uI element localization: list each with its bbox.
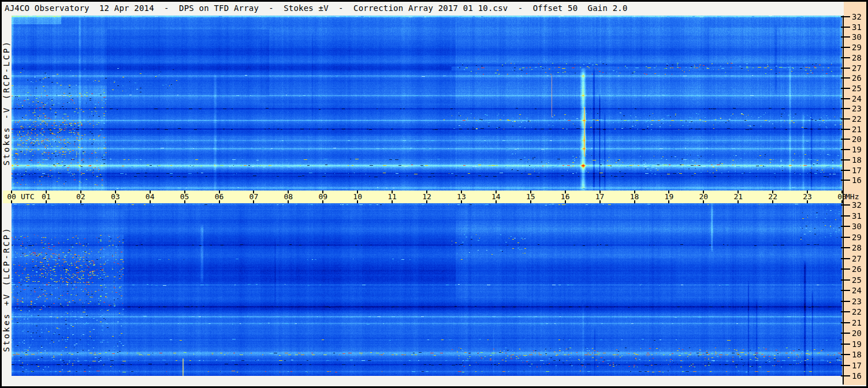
freq-tick: [841, 149, 850, 150]
freq-tick: [841, 226, 850, 227]
freq-tick-label: 31: [852, 211, 862, 221]
freq-tick-label: 21: [852, 124, 862, 135]
freq-tick: [841, 215, 850, 217]
time-tick-label: 19: [665, 191, 674, 203]
freq-tick: [841, 108, 850, 109]
time-tick-label: 00: [7, 191, 16, 203]
panel-label-stokes-plus-v: Stokes +V (LCP-RCP): [2, 226, 11, 352]
time-tick-label: 04: [146, 191, 155, 203]
freq-tick: [841, 16, 850, 17]
freq-tick-label: 17: [852, 165, 862, 176]
freq-tick-label: 24: [852, 94, 862, 104]
freq-tick: [841, 88, 850, 89]
freq-tick-label: 24: [852, 285, 862, 296]
freq-tick: [841, 129, 850, 130]
freq-tick: [841, 77, 850, 79]
time-tick-label: 17: [595, 191, 605, 203]
freq-tick-label: 23: [852, 103, 862, 114]
freq-tick-label: 18: [852, 155, 862, 165]
freq-tick-label: 16: [852, 371, 862, 381]
freq-tick: [841, 118, 850, 120]
time-tick-label: 20: [699, 191, 709, 203]
time-tick-label: 09: [318, 191, 327, 203]
freq-tick: [841, 333, 850, 334]
freq-tick: [841, 354, 850, 355]
freq-tick-label: 19: [852, 339, 862, 349]
freq-tick: [841, 36, 850, 38]
freq-tick: [841, 344, 850, 345]
time-tick-label: 21: [733, 191, 743, 203]
freq-tick: [841, 311, 850, 312]
freq-tick-label: 32: [852, 12, 862, 22]
freq-tick-label: 18: [852, 349, 862, 360]
time-tick-label: 12: [422, 191, 431, 203]
freq-tick-label: 25: [852, 83, 862, 94]
freq-tick: [841, 237, 850, 238]
time-axis-unit-label: UTC: [21, 191, 34, 203]
freq-tick: [841, 27, 850, 28]
time-tick-label: 07: [249, 191, 259, 203]
freq-tick-label: 30: [852, 32, 862, 42]
freq-tick-label: 29: [852, 232, 862, 242]
freq-tick: [841, 301, 850, 302]
freq-tick-label: 22: [852, 307, 862, 317]
freq-tick-label: 20: [852, 328, 862, 338]
freq-tick: [841, 98, 850, 99]
freq-tick-label: 31: [852, 22, 862, 32]
freq-tick: [841, 180, 850, 181]
time-tick-label: 16: [561, 191, 570, 203]
freq-tick: [841, 57, 850, 58]
freq-tick: [841, 47, 850, 48]
freq-tick-label: 30: [852, 221, 862, 232]
spectrogram-stokes-plus-v: [12, 203, 842, 376]
freq-tick: [841, 375, 850, 376]
freq-tick: [841, 279, 850, 281]
freq-tick-label: 20: [852, 134, 862, 144]
time-tick-label: 18: [630, 191, 639, 203]
freq-tick: [841, 258, 850, 259]
page-title: AJ4CO Observatory 12 Apr 2014 - DPS on T…: [5, 1, 628, 15]
freq-tick: [841, 268, 850, 270]
freq-tick-label: 29: [852, 42, 862, 53]
freq-tick: [841, 159, 850, 161]
freq-tick-label: 17: [852, 360, 862, 371]
freq-tick: [841, 170, 850, 171]
frequency-axis-line: [843, 16, 844, 385]
time-tick-label: 10: [353, 191, 362, 203]
freq-tick-label: 27: [852, 253, 862, 264]
time-tick-label: 22: [768, 191, 777, 203]
freq-tick: [841, 322, 850, 323]
panel-label-stokes-minus-v: Stokes -V (RCP-LCP): [2, 40, 11, 165]
time-tick-label: 11: [388, 191, 397, 203]
freq-tick-label: 16: [852, 175, 862, 185]
freq-tick-label: 21: [852, 318, 862, 328]
freq-tick-label: 26: [852, 73, 862, 83]
time-tick-label: 13: [457, 191, 466, 203]
time-tick-label: 02: [76, 191, 85, 203]
freq-tick-label: 19: [852, 144, 862, 155]
time-tick-label: 08: [284, 191, 293, 203]
freq-tick-label: 22: [852, 114, 862, 124]
freq-tick: [841, 139, 850, 140]
dps-window: AJ4CO Observatory 12 Apr 2014 - DPS on T…: [0, 0, 868, 388]
freq-tick-label: 23: [852, 296, 862, 307]
time-tick-label: 01: [42, 191, 51, 203]
freq-tick-label: 25: [852, 275, 862, 285]
freq-tick: [841, 247, 850, 248]
freq-tick-label: 28: [852, 242, 862, 253]
freq-tick: [841, 68, 850, 69]
time-tick-label: 05: [180, 191, 189, 203]
freq-tick-label: 32: [852, 200, 862, 210]
freq-tick-label: 27: [852, 63, 862, 73]
freq-tick: [841, 365, 850, 366]
time-tick-label: 06: [215, 191, 224, 203]
time-tick-label: 15: [526, 191, 535, 203]
time-axis: 0001020304050607080910111213141516171819…: [3, 191, 843, 203]
time-tick-label: 14: [491, 191, 501, 203]
freq-tick: [841, 290, 850, 291]
freq-tick-label: 26: [852, 264, 862, 274]
time-tick-label: 03: [111, 191, 120, 203]
freq-tick-label: 28: [852, 53, 862, 63]
spectrogram-stokes-minus-v: [12, 16, 842, 191]
freq-tick: [841, 204, 850, 206]
